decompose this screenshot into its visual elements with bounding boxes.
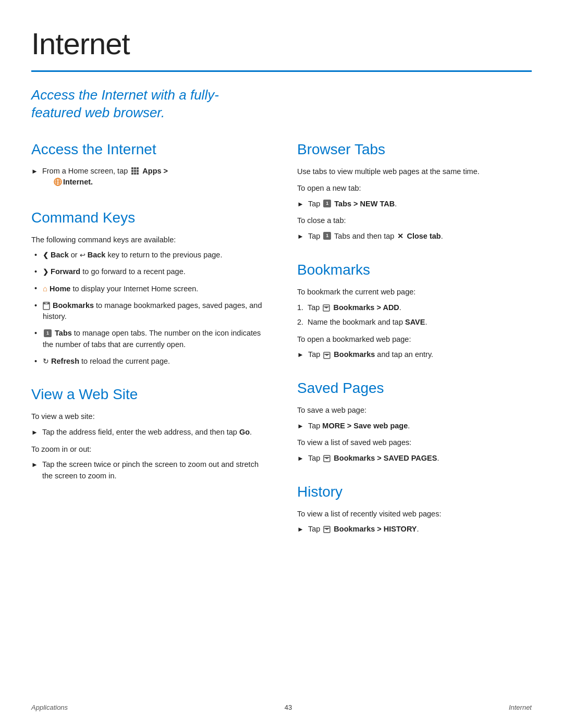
command-key-back: ❮ Back or ↩ Back key to return to the pr…: [31, 250, 266, 261]
back-chevron-icon: ❮: [43, 251, 48, 259]
svg-marker-17: [323, 306, 329, 309]
svg-rect-2: [137, 167, 139, 169]
bookmark-steps: 1. Tap Bookmarks > ADD. 2.: [297, 302, 532, 328]
view-saved-instruction: ► Tap Bookmarks > SAVED PAGES.: [297, 453, 532, 464]
section-view-web-site: View a Web Site To view a web site: ► Ta…: [31, 384, 266, 482]
footer-center-page-number: 43: [285, 702, 292, 713]
section-title-saved-pages: Saved Pages: [297, 377, 532, 399]
internet-label-row: Internet.: [42, 177, 93, 188]
section-title-access-internet: Access the Internet: [31, 139, 266, 161]
arrow-icon-save: ►: [297, 421, 304, 431]
command-key-refresh: ↻ Refresh to reload the current page.: [31, 356, 266, 367]
zoom-instruction: ► Tap the screen twice or pinch the scre…: [31, 459, 266, 482]
save-instruction: ► Tap MORE > Save web page.: [297, 421, 532, 432]
internet-label: Internet.: [63, 177, 93, 188]
open-tab-instruction: ► Tap 1 Tabs > NEW TAB.: [297, 199, 532, 210]
command-key-home: ⌂ Home to display your Internet Home scr…: [31, 283, 266, 295]
section-title-view-web-site: View a Web Site: [31, 384, 266, 405]
arrow-icon-close-tab: ►: [297, 231, 304, 242]
two-column-layout: Access the Internet ► From a Home screen…: [31, 139, 532, 552]
zoom-label: To zoom in or out:: [31, 443, 266, 455]
command-key-forward: ❯ Forward to go forward to a recent page…: [31, 266, 266, 278]
column-right: Browser Tabs Use tabs to view multiple w…: [297, 139, 532, 552]
tabs-icon-close: 1: [323, 232, 331, 240]
open-bookmarked-text: Tap Bookmarks and tap an entry.: [308, 349, 433, 361]
bookmark-step-1: 1. Tap Bookmarks > ADD.: [297, 302, 532, 313]
refresh-icon: ↻: [43, 357, 49, 365]
view-instruction: ► Tap the address field, enter the web a…: [31, 427, 266, 438]
svg-rect-4: [134, 170, 136, 172]
forward-icon: ❯: [43, 268, 48, 276]
close-tab-label: To close a tab:: [297, 215, 532, 226]
svg-marker-19: [324, 354, 330, 356]
svg-rect-0: [131, 167, 133, 169]
access-internet-item: ► From a Home screen, tap: [31, 166, 266, 190]
apps-label: Apps >: [142, 167, 168, 175]
home-icon: ⌂: [43, 284, 47, 293]
section-title-bookmarks: Bookmarks: [297, 259, 532, 281]
section-body-command-keys: The following command keys are available…: [31, 234, 266, 367]
arrow-icon-bookmarks: ►: [297, 350, 304, 360]
tagline: Access the Internet with a fully-feature…: [31, 87, 240, 122]
arrow-icon-saved: ►: [297, 453, 304, 464]
save-label: To save a web page:: [297, 404, 532, 416]
zoom-text: Tap the screen twice or pinch the screen…: [42, 459, 266, 482]
save-text: Tap MORE > Save web page.: [308, 421, 410, 432]
section-title-browser-tabs: Browser Tabs: [297, 139, 532, 161]
section-body-bookmarks: To bookmark the current web page: 1. Tap: [297, 286, 532, 361]
browser-tabs-intro: Use tabs to view multiple web pages at t…: [297, 166, 532, 177]
apps-icon: [131, 167, 139, 175]
svg-rect-3: [131, 170, 133, 172]
svg-rect-8: [137, 172, 139, 175]
svg-rect-1: [134, 167, 136, 169]
svg-marker-23: [324, 528, 330, 530]
bookmarks-icon-cmd: [43, 301, 53, 310]
arrow-icon-history: ►: [297, 524, 304, 535]
command-key-tabs: 1 Tabs to manage open tabs. The number o…: [31, 328, 266, 351]
section-body-access-internet: ► From a Home screen, tap: [31, 166, 266, 190]
title-rule: [31, 70, 532, 72]
view-text: Tap the address field, enter the web add…: [42, 427, 252, 438]
bookmark-step-2: 2. Name the bookmark and tap SAVE.: [297, 316, 532, 328]
column-left: Access the Internet ► From a Home screen…: [31, 139, 266, 552]
view-label: To view a web site:: [31, 411, 266, 422]
open-bookmarked-label: To open a bookmarked web page:: [297, 334, 532, 345]
section-body-browser-tabs: Use tabs to view multiple web pages at t…: [297, 166, 532, 242]
tabs-icon-cmd: 1: [44, 329, 52, 337]
svg-rect-5: [137, 170, 139, 172]
footer-right: Internet: [509, 702, 532, 713]
access-internet-text: From a Home screen, tap: [42, 166, 168, 190]
history-intro: To view a list of recently visited web p…: [297, 508, 532, 520]
svg-rect-6: [131, 172, 133, 175]
internet-icon: [54, 178, 62, 186]
arrow-icon-view: ►: [31, 427, 38, 438]
page: Internet Access the Internet with a full…: [0, 0, 563, 728]
arrow-icon-open-tab: ►: [297, 199, 304, 209]
command-key-bookmarks: Bookmarks to manage bookmarked pages, sa…: [31, 300, 266, 323]
footer: Applications 43 Internet: [31, 702, 532, 713]
section-command-keys: Command Keys The following command keys …: [31, 207, 266, 367]
section-history: History To view a list of recently visit…: [297, 481, 532, 535]
close-tab-instruction: ► Tap 1 Tabs and then tap ✕ Close tab.: [297, 231, 532, 242]
history-text: Tap Bookmarks > HISTORY.: [308, 524, 419, 535]
close-tab-text: Tap 1 Tabs and then tap ✕ Close tab.: [308, 231, 443, 242]
bookmarks-icon-open: [322, 350, 334, 359]
command-keys-intro: The following command keys are available…: [31, 234, 266, 245]
svg-marker-21: [324, 457, 330, 459]
command-keys-list: ❮ Back or ↩ Back key to return to the pr…: [31, 250, 266, 367]
back-arrow-icon: ↩: [80, 251, 85, 259]
close-x-icon: ✕: [397, 232, 403, 240]
bookmark-current-label: To bookmark the current web page:: [297, 286, 532, 298]
open-tab-label: To open a new tab:: [297, 182, 532, 194]
view-saved-text: Tap Bookmarks > SAVED PAGES.: [308, 453, 439, 464]
svg-rect-7: [134, 172, 136, 175]
bookmarks-icon-saved: [322, 454, 334, 462]
history-instruction: ► Tap Bookmarks > HISTORY.: [297, 524, 532, 535]
tabs-icon-open: 1: [323, 200, 331, 207]
open-tab-text: Tap 1 Tabs > NEW TAB.: [308, 199, 397, 210]
open-bookmarked-instruction: ► Tap Bookmarks and tap an entry.: [297, 349, 532, 361]
section-bookmarks: Bookmarks To bookmark the current web pa…: [297, 259, 532, 361]
section-title-history: History: [297, 481, 532, 503]
section-body-saved-pages: To save a web page: ► Tap MORE > Save we…: [297, 404, 532, 464]
section-access-internet: Access the Internet ► From a Home screen…: [31, 139, 266, 190]
